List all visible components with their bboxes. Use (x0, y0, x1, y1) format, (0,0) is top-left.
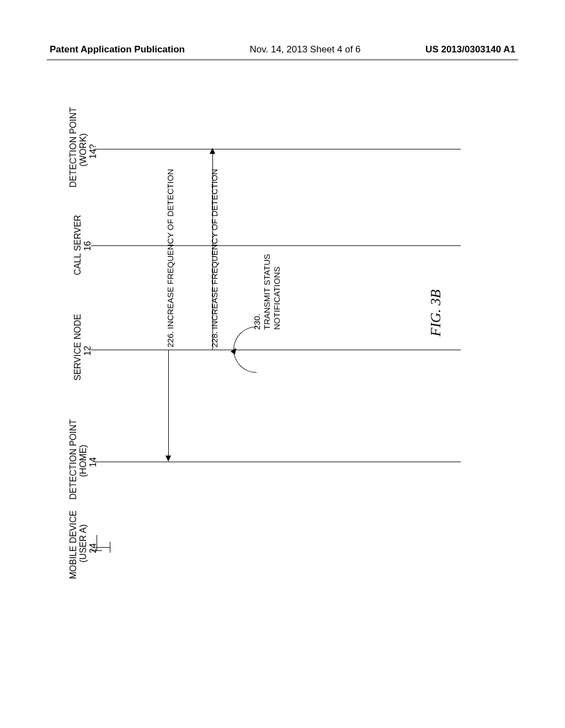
arrow-226-head (166, 456, 171, 462)
lifeline-service-node (91, 350, 461, 350)
lane-mobile-line2: (USER A) (78, 524, 88, 563)
lifeline-dp-home (94, 462, 461, 462)
lane-call-line1: CALL SERVER (72, 215, 83, 275)
msg-230-a: 230. (252, 314, 262, 330)
msg-230-c: NOTIFICATIONS (272, 266, 281, 330)
lane-mobile-line1: MOBILE DEVICE (68, 511, 78, 579)
lifeline-mobile-cap (91, 550, 102, 551)
msg-228: 228. INCREASE FREQUENCY OF DETECTION (210, 169, 219, 347)
msg-226: 226. INCREASE FREQUENCY OF DETECTION (166, 169, 175, 347)
lane-dpwork-ref: 14? (88, 144, 98, 159)
msg-230-b: TRANSMIT STATUS (262, 254, 271, 330)
sequence-diagram: MOBILE DEVICE (USER A) 24 DETECTION POIN… (58, 116, 505, 596)
lane-call-ref: 16 (82, 241, 93, 251)
lifeline-call-server (91, 245, 461, 246)
arrow-228-head (210, 148, 215, 154)
lane-dphome-line1: DETECTION POINT (68, 419, 78, 500)
arrow-226-line (168, 350, 169, 458)
lane-dphome-ref: 14 (88, 457, 98, 467)
header-pub-number: US 2013/0303140 A1 (425, 44, 515, 55)
figure-label: FIG. 3B (428, 290, 444, 336)
header-publication: Patent Application Publication (50, 44, 185, 55)
lifeline-mobile-endcap (110, 542, 110, 553)
header-rule (47, 60, 518, 60)
lane-dpwork-line1: DETECTION POINT (68, 107, 78, 188)
lifeline-mobile-stub (97, 535, 97, 550)
lane-service-line1: SERVICE NODE (72, 314, 83, 381)
lifeline-mobile (94, 547, 110, 548)
lane-dphome-line2: (HOME) (78, 445, 88, 477)
lane-service-ref: 12 (82, 346, 93, 356)
lifeline-dp-work (94, 149, 461, 149)
lane-dpwork-line2: (WORK) (78, 133, 88, 167)
header-sheet-info: Nov. 14, 2013 Sheet 4 of 6 (250, 44, 361, 55)
